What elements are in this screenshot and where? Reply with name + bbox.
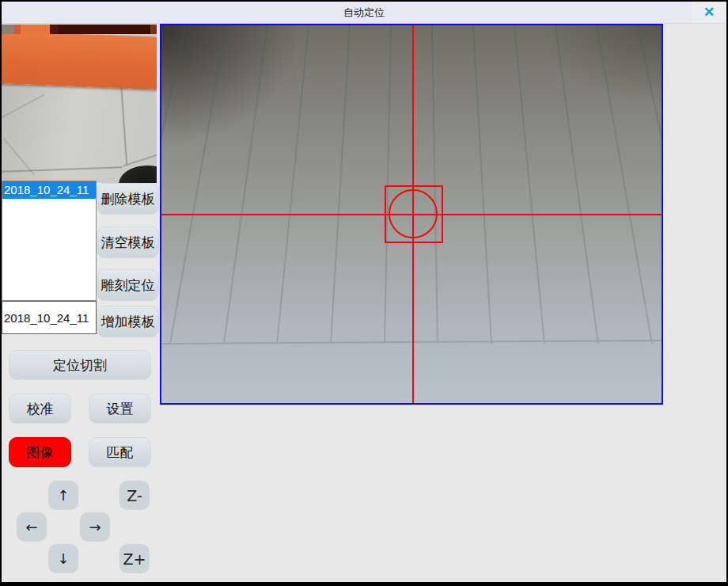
z-minus-label: Z- [127, 487, 142, 504]
jog-left-button[interactable]: ← [17, 512, 47, 542]
delete-template-button[interactable]: 删除模板 [97, 183, 159, 215]
match-button[interactable]: 匹配 [89, 437, 151, 467]
template-preview-image [2, 24, 157, 183]
jog-down-button[interactable]: ↓ [48, 544, 78, 573]
z-plus-label: Z+ [123, 550, 146, 568]
tile-grout-line [120, 83, 127, 166]
tile-grout-line [2, 94, 45, 119]
template-list[interactable]: 2018_10_24_11 [2, 181, 97, 301]
tile-grout-line [123, 153, 157, 166]
list-item[interactable]: 2018_10_24_11 [2, 181, 96, 199]
preview-orange-board [2, 31, 157, 90]
image-button[interactable]: 图像 [9, 437, 71, 467]
z-plus-button[interactable]: Z+ [119, 544, 150, 573]
titlebar: 自动定位 ✕ [2, 2, 726, 24]
camera-view[interactable] [160, 24, 663, 405]
match-region-circle [389, 189, 438, 238]
auto-position-dialog: 自动定位 ✕ 2018_10_24_11 删除模板 清空模板 雕刻定位 增加模板… [2, 2, 726, 582]
window-title: 自动定位 [2, 2, 726, 23]
close-icon: ✕ [703, 5, 715, 20]
position-cut-button[interactable]: 定位切割 [9, 350, 151, 380]
jog-right-button[interactable]: → [80, 512, 110, 542]
jog-up-button[interactable]: ↑ [48, 481, 78, 510]
engrave-position-button[interactable]: 雕刻定位 [97, 269, 159, 301]
z-minus-button[interactable]: Z- [119, 481, 150, 510]
arrow-left-icon: ← [25, 519, 37, 535]
add-template-button[interactable]: 增加模板 [97, 306, 159, 337]
tile-grout-line [2, 166, 122, 172]
settings-button[interactable]: 设置 [89, 394, 151, 424]
arrow-down-icon: ↓ [57, 550, 69, 567]
close-button[interactable]: ✕ [692, 2, 726, 23]
arrow-right-icon: → [89, 519, 100, 535]
calibrate-button[interactable]: 校准 [9, 394, 71, 424]
template-name-input[interactable] [2, 301, 97, 334]
clear-templates-button[interactable]: 清空模板 [97, 226, 159, 258]
preview-top-strip [2, 25, 157, 34]
arrow-up-icon: ↑ [57, 487, 69, 504]
